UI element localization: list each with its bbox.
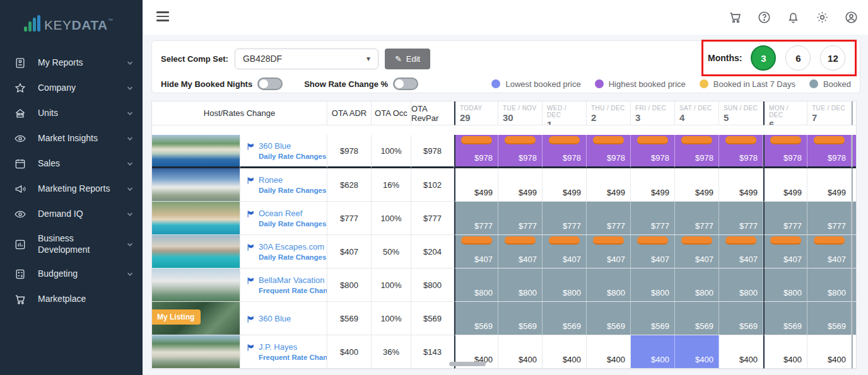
rate-cell[interactable]: $569 [675, 302, 719, 335]
rate-cell[interactable]: $777 [631, 202, 675, 235]
rate-cell[interactable]: $978 [542, 135, 587, 168]
rate-cell[interactable]: $978 [454, 135, 498, 168]
settings-icon[interactable] [814, 9, 830, 25]
rate-cell[interactable]: $499 [719, 168, 763, 202]
host-name[interactable]: 360 Blue [259, 141, 291, 151]
sidebar-item-units[interactable]: Units [0, 101, 143, 126]
host-name[interactable]: BellaMar Vacation Rent [259, 275, 327, 285]
rate-cell[interactable]: $978 [763, 135, 807, 168]
rate-cell[interactable]: $400 [807, 335, 852, 369]
rate-cell[interactable]: $569 [719, 302, 763, 335]
rate-cell[interactable]: $400 [631, 335, 675, 369]
menu-toggle-icon[interactable] [156, 11, 169, 24]
rate-cell[interactable]: $800 [587, 268, 631, 302]
rate-cell[interactable]: $499 [763, 168, 807, 202]
rate-cell[interactable]: $978 [807, 135, 852, 168]
rate-cell[interactable]: $407 [807, 235, 852, 268]
edit-comp-set-button[interactable]: ✎ Edit [385, 49, 430, 69]
rate-cell[interactable]: $777 [763, 202, 807, 235]
rate-cell[interactable]: $400 [675, 335, 719, 369]
rate-cell[interactable]: $569 [763, 302, 807, 335]
account-icon[interactable] [843, 9, 859, 25]
show-rate-change-toggle[interactable] [393, 78, 418, 90]
rate-cell[interactable]: $499 [675, 168, 719, 202]
rate-cell[interactable]: $407 [542, 235, 587, 268]
rate-cell[interactable]: $800 [763, 268, 807, 302]
rate-cell[interactable]: $407 [587, 235, 631, 268]
sidebar-item-budgeting[interactable]: Budgeting [0, 262, 143, 287]
host-link[interactable]: J.P. Hayes [247, 342, 323, 352]
host-link[interactable]: Ronee [247, 175, 323, 185]
sidebar-item-company[interactable]: Company [0, 76, 143, 101]
sidebar-item-demand-iq[interactable]: Demand IQ [0, 202, 143, 227]
rate-cell[interactable]: $777 [498, 202, 542, 235]
host-name[interactable]: J.P. Hayes [259, 342, 297, 352]
rate-cell[interactable]: $407 [675, 235, 719, 268]
rate-cell[interactable]: $777 [719, 202, 763, 235]
rate-cell[interactable]: $800 [807, 268, 852, 302]
rate-cell[interactable]: $407 [454, 235, 498, 268]
sidebar-item-marketing-reports[interactable]: Marketing Reports [0, 176, 143, 202]
rate-cell[interactable]: $407 [719, 235, 763, 268]
rate-cell[interactable]: $569 [454, 302, 498, 335]
notifications-icon[interactable] [785, 9, 801, 25]
rate-cell[interactable]: $569 [631, 302, 675, 335]
rate-cell[interactable]: $978 [498, 135, 542, 168]
sidebar-item-business-development[interactable]: Business Development [0, 227, 143, 262]
rate-cell[interactable]: $777 [587, 202, 631, 235]
months-option-3[interactable]: 3 [751, 45, 776, 71]
host-name[interactable]: Ocean Reef [259, 209, 302, 218]
rate-cell[interactable]: $978 [719, 135, 763, 168]
rate-cell[interactable]: $499 [498, 168, 542, 202]
rate-cell[interactable]: $499 [454, 168, 498, 202]
sidebar-item-marketplace[interactable]: Marketplace [0, 287, 143, 312]
rate-cell[interactable]: $978 [631, 135, 675, 168]
months-option-12[interactable]: 12 [820, 45, 845, 71]
shopping-cart-icon[interactable] [727, 9, 743, 25]
rate-cell[interactable]: $569 [498, 302, 542, 335]
rate-cell[interactable]: $400 [498, 335, 542, 369]
sidebar-item-sales[interactable]: Sales [0, 151, 143, 176]
rate-cell[interactable]: $400 [542, 335, 587, 369]
rate-cell[interactable]: $777 [807, 202, 852, 235]
rate-cell[interactable]: $777 [542, 202, 587, 235]
host-name[interactable]: Ronee [259, 175, 283, 185]
rate-cell[interactable]: $407 [498, 235, 542, 268]
comp-set-select[interactable]: GB428DF ▾ [235, 49, 378, 69]
rate-cell[interactable]: $400 [763, 335, 807, 369]
rate-cell[interactable]: $569 [587, 302, 631, 335]
rate-cell[interactable]: $400 [719, 335, 763, 369]
rate-cell[interactable]: $800 [454, 268, 498, 302]
rate-cell[interactable]: $800 [631, 268, 675, 302]
rate-cell[interactable]: $777 [675, 202, 719, 235]
help-icon[interactable] [756, 9, 772, 25]
host-link[interactable]: 360 Blue [247, 314, 323, 323]
rate-cell[interactable]: $407 [631, 235, 675, 268]
rate-cell[interactable]: $400 [587, 335, 631, 369]
rate-cell[interactable]: $499 [631, 168, 675, 202]
sidebar-item-market-insights[interactable]: Market Insights [0, 126, 143, 151]
rate-cell[interactable]: $800 [542, 268, 587, 302]
host-name[interactable]: 30A Escapes.com [259, 242, 324, 251]
rate-cell[interactable]: $777 [454, 202, 498, 235]
horizontal-scrollbar-thumb[interactable] [449, 362, 486, 366]
rate-cell[interactable]: $800 [675, 268, 719, 302]
rate-cell[interactable]: $499 [542, 168, 587, 202]
hide-booked-nights-toggle[interactable] [257, 78, 283, 90]
rate-cell[interactable]: $978 [587, 135, 631, 168]
rate-cell[interactable]: $499 [807, 168, 852, 202]
host-link[interactable]: 360 Blue [247, 141, 323, 151]
rate-cell[interactable]: $569 [807, 302, 852, 335]
rate-cell[interactable]: $569 [542, 302, 587, 335]
host-name[interactable]: 360 Blue [259, 314, 291, 323]
rate-cell[interactable]: $800 [498, 268, 542, 302]
months-option-6[interactable]: 6 [785, 45, 811, 71]
rate-cell[interactable]: $978 [675, 135, 719, 168]
host-link[interactable]: BellaMar Vacation Rent [247, 275, 323, 285]
host-link[interactable]: 30A Escapes.com [247, 242, 323, 251]
host-link[interactable]: Ocean Reef [247, 209, 323, 218]
sidebar-item-my-reports[interactable]: My Reports [0, 50, 143, 76]
rate-cell[interactable]: $800 [719, 268, 763, 302]
rate-cell[interactable]: $499 [587, 168, 631, 202]
rate-cell[interactable]: $407 [763, 235, 807, 268]
